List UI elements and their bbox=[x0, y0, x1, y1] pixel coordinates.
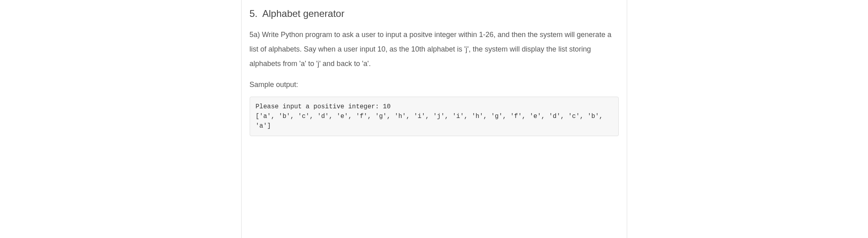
problem-description: 5a) Write Python program to ask a user t… bbox=[250, 27, 619, 71]
sample-output-label: Sample output: bbox=[250, 78, 619, 91]
code-output-block: Please input a positive integer: 10 ['a'… bbox=[250, 97, 619, 136]
section-title: Alphabet generator bbox=[263, 8, 345, 19]
section-heading: 5. Alphabet generator bbox=[250, 8, 619, 19]
document-cell: 5. Alphabet generator 5a) Write Python p… bbox=[241, 0, 627, 238]
section-number: 5. bbox=[250, 8, 259, 19]
